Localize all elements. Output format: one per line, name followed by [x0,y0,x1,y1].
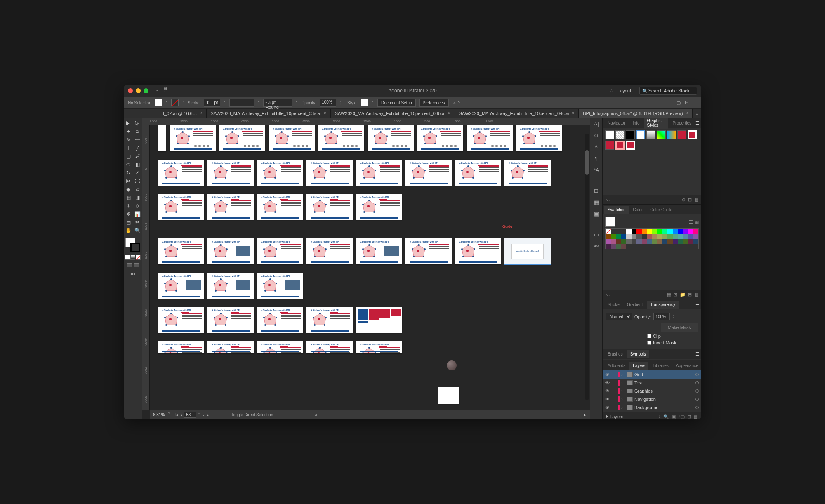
swatch-cell[interactable] [688,234,693,239]
home-icon[interactable]: ⌂ [153,87,160,94]
swatch-cell[interactable] [616,234,621,239]
arrange-documents-icon[interactable]: ▦ ˅ [163,87,170,94]
color-mode-icon[interactable] [125,255,130,260]
new-group-icon[interactable]: 📁 [680,292,686,297]
artboard[interactable]: A Student's Journey with BPI [467,125,513,151]
style-swatch[interactable] [361,99,368,106]
swatch-cell[interactable] [673,234,678,239]
graphic-style-swatch[interactable] [605,141,614,150]
swatch-cell[interactable] [673,239,678,244]
swatch-cell[interactable] [683,234,688,239]
graphic-style-swatch[interactable] [605,130,614,139]
break-link-icon[interactable]: ⊘ [682,197,686,203]
paragraph-panel-icon[interactable]: A [592,143,601,151]
close-tab-icon[interactable]: × [686,111,688,115]
swatch-cell[interactable] [611,234,616,239]
artboard[interactable]: A Student's Journey with BPI [306,341,353,353]
document-tab[interactable]: SAW2020_MA-Archway_ExhibitTitle_10percen… [207,109,331,118]
direct-selection-tool[interactable] [133,120,141,127]
opacity-value-input[interactable] [653,313,670,320]
artboard[interactable]: A Student's Journey with BPI [356,194,402,220]
artboard[interactable]: A Student's Journey with BPI [455,160,501,186]
expand-icon[interactable]: › [621,372,625,377]
transform-panel-icon[interactable]: ▦ [592,198,601,206]
zoom-display[interactable]: 6.81% [153,412,165,417]
paintbrush-tool[interactable]: 🖌 [133,153,141,160]
swatch-cell[interactable] [621,229,627,234]
new-sublayer-icon[interactable]: ⁺▢ [678,414,685,419]
target-icon[interactable] [695,389,699,393]
artboard[interactable]: A Student's Journey with BPI [170,125,216,151]
swatch-cell[interactable] [652,239,658,244]
artboard-tool[interactable]: ▤ [124,219,132,226]
artboard[interactable]: A Student's Journey with BPI [516,125,562,151]
edit-toolbar-icon[interactable]: ••• [130,271,135,276]
swatch-cell[interactable] [636,234,642,239]
layer-row[interactable]: 👁›Grid [603,370,701,379]
artboard[interactable]: A Student's Journey with BPI [405,160,452,186]
lasso-tool[interactable]: ⊃ [133,128,141,135]
blend-mode-select[interactable]: Normal [606,313,632,320]
swatch-cell[interactable] [606,244,611,249]
graphic-style-swatch[interactable] [615,141,625,150]
fill-swatch[interactable] [155,99,162,106]
symbol-sprayer-tool[interactable]: ❋ [124,210,132,218]
character-panel-icon[interactable]: A| [592,120,601,128]
panel-tab[interactable]: Libraries [649,362,672,370]
swatch-cell[interactable] [662,239,668,244]
current-swatch[interactable] [605,217,615,227]
panel-menu-icon[interactable]: ☰ [695,207,700,212]
panel-tab[interactable]: Stroke [604,301,623,309]
document-tab-active[interactable]: BPI_Infographics_06.ai* @ 6.81% (RGB/Pre… [579,109,693,118]
eyedropper-tool[interactable]: ⤵ [124,202,132,210]
panel-tab[interactable]: Appearance [673,362,701,370]
artboard[interactable]: A Student's Journey with BPI [257,273,303,299]
swatch-cell[interactable] [611,244,616,249]
artboard-small[interactable] [438,387,459,404]
swatch-cell[interactable] [642,234,647,239]
lightbulb-icon[interactable]: ♡ [609,88,613,94]
type-tool[interactable]: T [124,144,132,152]
swatch-cell[interactable] [673,229,678,234]
artboard[interactable]: A Student's Journey with BPI [158,307,204,333]
snap-grid-icon[interactable]: ⊩ [685,100,689,106]
prev-artboard-icon[interactable]: ◂ [179,412,183,417]
perspective-tool[interactable]: ▱ [133,186,141,193]
artboard[interactable]: Want to Explore Further? [504,238,551,264]
panel-tab[interactable]: Gradient [624,301,646,309]
expand-icon[interactable]: › [621,389,625,393]
swatch-kind-icon[interactable]: ▦ [667,292,671,297]
artboard[interactable]: A Student's Journey with BPI [356,341,402,353]
swatch-cell[interactable] [683,239,688,244]
canvas[interactable]: A Student's Journey with BPIA Student's … [150,125,590,410]
search-stock-input[interactable]: 🔍 Search Adobe Stock [639,87,697,95]
visibility-icon[interactable]: 👁 [605,397,611,402]
artboard[interactable]: A Student's Journey with BPI [158,238,204,264]
artboard[interactable]: A Student's Journey with BPI [455,238,501,264]
rotate-tool[interactable]: ↻ [124,169,132,177]
expand-icon[interactable]: › [621,380,625,385]
artboard[interactable]: A Student's Journey with BPI [306,307,353,333]
panel-tab-active[interactable]: Swatches [604,206,629,214]
close-tab-icon[interactable]: × [324,111,326,115]
char-styles-panel-icon[interactable]: ᵃA [592,166,601,174]
ruler-vertical[interactable]: 1000010002000300040005000600070008000900… [142,125,150,410]
document-tab[interactable]: t_02.ai @ 16.6…× [159,109,207,118]
artboard[interactable]: A Student's Journey with BPI [207,194,254,220]
artboard[interactable]: A Student's Journey with BPI [158,341,204,353]
document-tab[interactable]: SAW2020_MA-Archway_ExhibitTitle_10percen… [331,109,455,118]
panel-tab-active[interactable]: Transparency [647,301,679,309]
hand-tool[interactable]: ✋ [124,227,132,234]
visibility-icon[interactable]: 👁 [605,380,611,385]
swatch-cell[interactable] [611,239,616,244]
blend-tool[interactable]: ⬯ [133,202,141,210]
swatch-cell[interactable] [647,229,652,234]
artboard[interactable]: A Student's Journey with BPI [207,160,254,186]
graphic-style-swatch[interactable] [626,141,635,150]
artboard-number-input[interactable] [184,412,196,418]
artboard[interactable]: A Student's Journey with BPI [257,307,303,333]
stroke-profile-select[interactable] [229,99,254,107]
menu-icon[interactable]: ☰ [693,100,697,106]
shape-builder-tool[interactable]: ◉ [124,186,132,193]
preferences-button[interactable]: Preferences [419,99,449,107]
